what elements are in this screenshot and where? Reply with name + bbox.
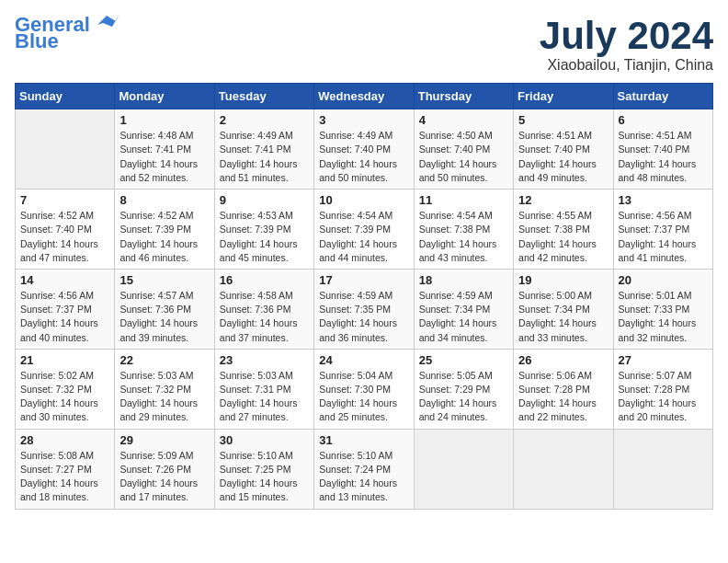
logo-text-blue: Blue <box>15 31 59 52</box>
calendar-cell: 16Sunrise: 4:58 AMSunset: 7:36 PMDayligh… <box>214 269 313 349</box>
calendar-cell: 5Sunrise: 4:51 AMSunset: 7:40 PMDaylight… <box>514 109 613 190</box>
week-row-1: 1Sunrise: 4:48 AMSunset: 7:41 PMDaylight… <box>16 109 713 190</box>
day-number: 4 <box>419 113 508 127</box>
weekday-header-friday: Friday <box>514 84 613 109</box>
day-info: Sunrise: 5:08 AMSunset: 7:27 PMDaylight:… <box>20 449 109 505</box>
day-info: Sunrise: 4:54 AMSunset: 7:38 PMDaylight:… <box>419 209 508 265</box>
day-info: Sunrise: 4:56 AMSunset: 7:37 PMDaylight:… <box>20 289 109 345</box>
day-number: 22 <box>119 353 209 367</box>
day-number: 8 <box>119 193 209 207</box>
day-number: 26 <box>518 353 608 367</box>
calendar-table: SundayMondayTuesdayWednesdayThursdayFrid… <box>15 83 713 509</box>
day-info: Sunrise: 4:49 AMSunset: 7:40 PMDaylight:… <box>319 129 408 185</box>
calendar-cell: 21Sunrise: 5:02 AMSunset: 7:32 PMDayligh… <box>16 349 115 429</box>
day-info: Sunrise: 4:51 AMSunset: 7:40 PMDaylight:… <box>518 129 608 185</box>
day-info: Sunrise: 5:03 AMSunset: 7:32 PMDaylight:… <box>119 369 209 425</box>
calendar-cell <box>613 429 712 509</box>
day-number: 19 <box>518 273 608 287</box>
calendar-cell: 2Sunrise: 4:49 AMSunset: 7:41 PMDaylight… <box>214 109 313 190</box>
calendar-cell: 14Sunrise: 4:56 AMSunset: 7:37 PMDayligh… <box>16 269 115 349</box>
calendar-cell: 20Sunrise: 5:01 AMSunset: 7:33 PMDayligh… <box>613 269 712 349</box>
day-info: Sunrise: 5:10 AMSunset: 7:24 PMDaylight:… <box>319 449 408 505</box>
calendar-cell: 24Sunrise: 5:04 AMSunset: 7:30 PMDayligh… <box>314 349 414 429</box>
weekday-header-monday: Monday <box>115 84 214 109</box>
calendar-cell: 29Sunrise: 5:09 AMSunset: 7:26 PMDayligh… <box>115 429 214 509</box>
calendar-cell: 13Sunrise: 4:56 AMSunset: 7:37 PMDayligh… <box>613 190 712 270</box>
day-info: Sunrise: 4:50 AMSunset: 7:40 PMDaylight:… <box>419 129 508 185</box>
day-number: 20 <box>619 273 708 287</box>
day-number: 15 <box>119 273 209 287</box>
day-info: Sunrise: 5:07 AMSunset: 7:28 PMDaylight:… <box>619 369 708 425</box>
day-number: 29 <box>119 433 209 447</box>
day-info: Sunrise: 4:55 AMSunset: 7:38 PMDaylight:… <box>518 209 608 265</box>
day-info: Sunrise: 5:06 AMSunset: 7:28 PMDaylight:… <box>518 369 608 425</box>
day-info: Sunrise: 4:49 AMSunset: 7:41 PMDaylight:… <box>220 129 309 185</box>
day-number: 6 <box>619 113 708 127</box>
calendar-cell: 8Sunrise: 4:52 AMSunset: 7:39 PMDaylight… <box>115 190 214 270</box>
day-info: Sunrise: 5:10 AMSunset: 7:25 PMDaylight:… <box>220 449 309 505</box>
day-number: 28 <box>20 433 109 447</box>
month-title: July 2024 <box>540 15 713 57</box>
calendar-cell: 3Sunrise: 4:49 AMSunset: 7:40 PMDaylight… <box>314 109 414 190</box>
day-number: 1 <box>119 113 209 127</box>
calendar-cell: 28Sunrise: 5:08 AMSunset: 7:27 PMDayligh… <box>16 429 115 509</box>
calendar-cell: 22Sunrise: 5:03 AMSunset: 7:32 PMDayligh… <box>115 349 214 429</box>
day-number: 11 <box>419 193 508 207</box>
week-row-4: 21Sunrise: 5:02 AMSunset: 7:32 PMDayligh… <box>16 349 713 429</box>
day-info: Sunrise: 4:59 AMSunset: 7:35 PMDaylight:… <box>319 289 408 345</box>
day-info: Sunrise: 4:59 AMSunset: 7:34 PMDaylight:… <box>419 289 508 345</box>
day-info: Sunrise: 4:52 AMSunset: 7:40 PMDaylight:… <box>20 209 109 265</box>
calendar-cell: 7Sunrise: 4:52 AMSunset: 7:40 PMDaylight… <box>16 190 115 270</box>
calendar-cell: 12Sunrise: 4:55 AMSunset: 7:38 PMDayligh… <box>514 190 613 270</box>
day-info: Sunrise: 5:03 AMSunset: 7:31 PMDaylight:… <box>220 369 309 425</box>
day-info: Sunrise: 5:01 AMSunset: 7:33 PMDaylight:… <box>619 289 708 345</box>
calendar-cell: 11Sunrise: 4:54 AMSunset: 7:38 PMDayligh… <box>414 190 513 270</box>
day-info: Sunrise: 4:54 AMSunset: 7:39 PMDaylight:… <box>319 209 408 265</box>
logo: General Blue <box>15 15 119 52</box>
calendar-cell: 18Sunrise: 4:59 AMSunset: 7:34 PMDayligh… <box>414 269 513 349</box>
day-info: Sunrise: 4:52 AMSunset: 7:39 PMDaylight:… <box>119 209 209 265</box>
calendar-cell: 25Sunrise: 5:05 AMSunset: 7:29 PMDayligh… <box>414 349 513 429</box>
week-row-2: 7Sunrise: 4:52 AMSunset: 7:40 PMDaylight… <box>16 190 713 270</box>
calendar-cell: 26Sunrise: 5:06 AMSunset: 7:28 PMDayligh… <box>514 349 613 429</box>
day-number: 31 <box>319 433 408 447</box>
day-number: 3 <box>319 113 408 127</box>
calendar-cell: 1Sunrise: 4:48 AMSunset: 7:41 PMDaylight… <box>115 109 214 190</box>
calendar-cell: 10Sunrise: 4:54 AMSunset: 7:39 PMDayligh… <box>314 190 414 270</box>
day-number: 21 <box>20 353 109 367</box>
weekday-header-thursday: Thursday <box>414 84 513 109</box>
day-info: Sunrise: 5:00 AMSunset: 7:34 PMDaylight:… <box>518 289 608 345</box>
day-number: 16 <box>220 273 309 287</box>
day-number: 13 <box>619 193 708 207</box>
day-info: Sunrise: 4:58 AMSunset: 7:36 PMDaylight:… <box>220 289 309 345</box>
location: Xiaobailou, Tianjin, China <box>540 57 713 74</box>
weekday-header-row: SundayMondayTuesdayWednesdayThursdayFrid… <box>16 84 713 109</box>
week-row-3: 14Sunrise: 4:56 AMSunset: 7:37 PMDayligh… <box>16 269 713 349</box>
calendar-cell: 23Sunrise: 5:03 AMSunset: 7:31 PMDayligh… <box>214 349 313 429</box>
page-header: General Blue July 2024 Xiaobailou, Tianj… <box>15 15 713 74</box>
calendar-cell: 30Sunrise: 5:10 AMSunset: 7:25 PMDayligh… <box>214 429 313 509</box>
calendar-cell: 19Sunrise: 5:00 AMSunset: 7:34 PMDayligh… <box>514 269 613 349</box>
weekday-header-tuesday: Tuesday <box>214 84 313 109</box>
day-number: 17 <box>319 273 408 287</box>
calendar-cell: 6Sunrise: 4:51 AMSunset: 7:40 PMDaylight… <box>613 109 712 190</box>
day-info: Sunrise: 4:57 AMSunset: 7:36 PMDaylight:… <box>119 289 209 345</box>
day-number: 12 <box>518 193 608 207</box>
day-info: Sunrise: 5:09 AMSunset: 7:26 PMDaylight:… <box>119 449 209 505</box>
calendar-cell <box>514 429 613 509</box>
day-number: 10 <box>319 193 408 207</box>
calendar-cell: 17Sunrise: 4:59 AMSunset: 7:35 PMDayligh… <box>314 269 414 349</box>
logo-bird-icon <box>94 14 119 32</box>
day-info: Sunrise: 4:51 AMSunset: 7:40 PMDaylight:… <box>619 129 708 185</box>
day-info: Sunrise: 4:48 AMSunset: 7:41 PMDaylight:… <box>119 129 209 185</box>
calendar-cell: 9Sunrise: 4:53 AMSunset: 7:39 PMDaylight… <box>214 190 313 270</box>
calendar-cell: 15Sunrise: 4:57 AMSunset: 7:36 PMDayligh… <box>115 269 214 349</box>
day-number: 24 <box>319 353 408 367</box>
calendar-cell <box>16 109 115 190</box>
day-number: 7 <box>20 193 109 207</box>
day-number: 18 <box>419 273 508 287</box>
day-number: 9 <box>220 193 309 207</box>
day-info: Sunrise: 5:04 AMSunset: 7:30 PMDaylight:… <box>319 369 408 425</box>
title-block: July 2024 Xiaobailou, Tianjin, China <box>540 15 713 74</box>
day-info: Sunrise: 4:56 AMSunset: 7:37 PMDaylight:… <box>619 209 708 265</box>
